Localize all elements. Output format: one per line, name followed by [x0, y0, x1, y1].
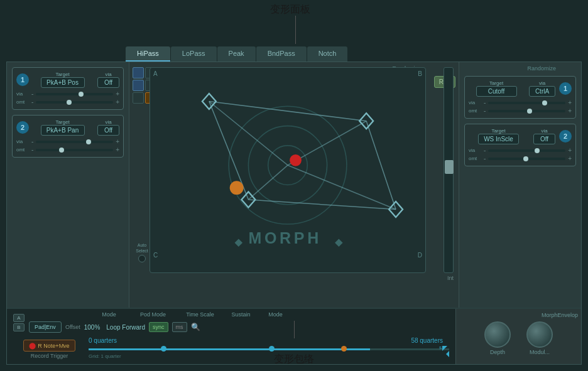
- s2-target-label: Target: [55, 119, 69, 125]
- r2-target-dropdown[interactable]: WS InScle: [478, 134, 519, 144]
- pad-env-btn[interactable]: Pad|Env: [29, 321, 62, 333]
- s2-plus-2: +: [116, 146, 119, 153]
- r2-via-slider[interactable]: [488, 149, 565, 152]
- s1-via-label: via: [105, 72, 111, 77]
- svg-line-9: [248, 165, 288, 200]
- morph-envelope-title: MorphEnvelop: [459, 312, 578, 318]
- ab-btn-b[interactable]: B: [13, 323, 24, 331]
- tab-lopass[interactable]: LoPass: [171, 46, 217, 62]
- grid-label: Grid: 1 quarter: [89, 353, 121, 359]
- svg-point-16: [290, 154, 302, 166]
- s1-minus-2: -: [31, 99, 33, 105]
- r1-omt-row-label: omt: [469, 108, 481, 114]
- left-panel: 1 Target PkA+B Pos via Off via -: [7, 62, 129, 308]
- r2-via-label: via: [541, 128, 547, 134]
- left-section-1: 1 Target PkA+B Pos via Off via -: [12, 67, 124, 110]
- s1-minus-1: -: [31, 90, 33, 97]
- record-button[interactable]: ⬤ R Note+Mve: [23, 340, 75, 352]
- r2-omt-row-label: omt: [469, 156, 481, 161]
- search-icon[interactable]: 🔍: [191, 323, 200, 331]
- top-annotation-label: 变形面板: [270, 3, 310, 16]
- s2-target-dropdown[interactable]: PkA+B Pan: [41, 125, 85, 136]
- auto-select: AutoSelect: [133, 243, 151, 264]
- time-scale-col-label: Time Scale: [177, 311, 224, 318]
- r1-target-dropdown[interactable]: Cutoff: [476, 86, 517, 97]
- vertical-slider[interactable]: [444, 67, 454, 273]
- ab-btn-a[interactable]: A: [13, 314, 24, 322]
- s1-via-dropdown[interactable]: Off: [97, 77, 119, 88]
- svg-marker-11: [202, 94, 216, 109]
- svg-line-10: [288, 165, 396, 209]
- tab-bndpass[interactable]: BndPass: [256, 46, 307, 62]
- s1-plus-2: +: [116, 99, 119, 105]
- timeline-fill: [89, 348, 370, 350]
- r2-via-dropdown[interactable]: Off: [533, 134, 555, 144]
- ms-button[interactable]: ms: [172, 322, 187, 332]
- s1-omt-slider[interactable]: [36, 101, 113, 104]
- record-trigger-label: Record Trigger: [13, 353, 85, 359]
- morph-canvas: A B C D: [150, 67, 426, 273]
- waypoint-2[interactable]: [269, 346, 275, 352]
- auto-select-dot[interactable]: [138, 255, 146, 262]
- r2-via-row-label: via: [469, 148, 481, 153]
- tab-peak[interactable]: Peak: [217, 46, 256, 62]
- s1-via-slider[interactable]: [36, 93, 113, 95]
- svg-line-3: [209, 102, 366, 121]
- randomize-label: Randomize: [527, 65, 556, 72]
- right-section-1: Target Cutoff via CtrlA 1 via - +: [464, 76, 576, 119]
- s1-target-dropdown[interactable]: PkA+B Pos: [41, 77, 85, 88]
- module-knob[interactable]: [526, 321, 553, 348]
- morph-envelope-section: MorphEnvelop Depth Modul...: [455, 309, 581, 364]
- depth-knob-container: Depth: [484, 321, 511, 355]
- waypoint-3[interactable]: [341, 346, 347, 352]
- r1-omt-slider[interactable]: [488, 110, 565, 112]
- left-section-2: 2 Target PkA+B Pan via Off via -: [12, 115, 124, 158]
- matrix-btn-1[interactable]: [133, 67, 144, 78]
- s2-via-slider[interactable]: [36, 141, 113, 143]
- svg-line-7: [209, 102, 288, 166]
- svg-marker-19: [335, 239, 343, 247]
- svg-text:MORPH: MORPH: [248, 229, 322, 247]
- timeline-bar[interactable]: s: [89, 348, 449, 350]
- r1-via-dropdown[interactable]: CtrlA: [529, 86, 555, 97]
- timeline-end-marker: [442, 346, 447, 351]
- offset-label: Offset: [65, 324, 80, 330]
- tab-bar: HiPass LoPass Peak BndPass Notch: [126, 43, 462, 62]
- morph-visualization[interactable]: MORPH: [150, 68, 425, 272]
- waypoint-1[interactable]: [161, 346, 166, 352]
- vertical-thumb[interactable]: [445, 160, 454, 174]
- s2-via-row-label: via: [16, 139, 29, 144]
- depth-label: Depth: [490, 349, 505, 355]
- matrix-btn-3[interactable]: [133, 80, 144, 91]
- s2-minus-1: -: [31, 138, 33, 145]
- env-controls: Pad|Env Offset 100% Loop Forward sync ms…: [29, 321, 200, 333]
- right-panel: Randomize Target Cutoff via CtrlA 1 via: [459, 62, 581, 308]
- plugin-body: 1 Target PkA+B Pos via Off via -: [6, 62, 582, 365]
- s2-plus-1: +: [116, 138, 119, 145]
- tab-hipass[interactable]: HiPass: [126, 46, 170, 62]
- ab-panel: A B: [13, 314, 24, 331]
- s1-via-row-label: via: [16, 91, 29, 97]
- svg-point-15: [230, 181, 244, 195]
- r2-number-badge: 2: [559, 130, 572, 142]
- s2-omt-row-label: omt: [16, 147, 29, 153]
- r2-omt-slider[interactable]: [488, 158, 565, 160]
- mode-labels-row: Mode Pod Mode Time Scale Sustain Mode: [89, 311, 293, 318]
- right-section-2: Target WS InScle via Off 2 via - +: [464, 124, 576, 166]
- s2-via-label: via: [105, 119, 111, 125]
- time-scale-value: 100%: [84, 324, 101, 331]
- r1-via-slider[interactable]: [488, 102, 565, 104]
- sync-button[interactable]: sync: [149, 322, 168, 332]
- r1-number-badge: 1: [559, 82, 572, 95]
- mode-col-label: Mode: [89, 311, 129, 318]
- s2-via-dropdown[interactable]: Off: [97, 125, 119, 136]
- loop-value: Loop Forward: [106, 324, 145, 331]
- tab-notch[interactable]: Notch: [307, 46, 348, 62]
- record-btn-label: R Note+Mve: [38, 343, 69, 349]
- r1-via-row-label: via: [469, 100, 481, 105]
- matrix-btn-5[interactable]: [133, 92, 144, 104]
- s1-plus-1: +: [116, 90, 119, 97]
- module-knob-container: Modul...: [526, 321, 553, 355]
- s2-omt-slider[interactable]: [36, 149, 113, 151]
- depth-knob[interactable]: [484, 321, 511, 348]
